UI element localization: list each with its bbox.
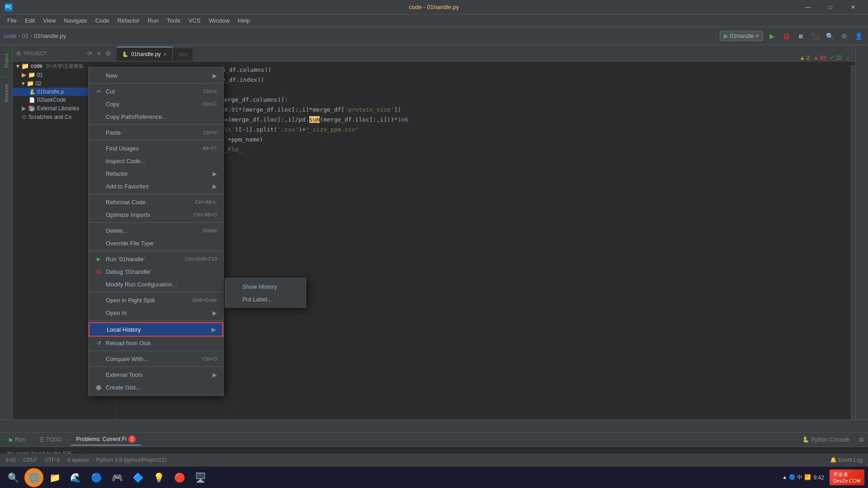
warning-count[interactable]: ▲ 2	[800, 55, 810, 61]
menu-tools[interactable]: Tools	[163, 15, 184, 26]
minimize-button[interactable]: —	[797, 0, 818, 14]
panel-scroll-icon[interactable]: ⟳	[86, 49, 94, 58]
toolbar: code › 02 › 01handle.py ▶ 01handle ▾ ▶ 🐞…	[0, 27, 868, 45]
menu-view[interactable]: View	[39, 15, 59, 26]
ctx-external-tools[interactable]: External Tools ▶	[89, 368, 223, 381]
folder-02-label: 02	[36, 80, 42, 87]
taskbar-item-8[interactable]: 💡	[149, 468, 168, 487]
ctx-open-in[interactable]: Open In ▶	[89, 306, 223, 319]
close-button[interactable]: ✕	[843, 0, 863, 14]
ctx-refactor-label: Refactor	[106, 170, 207, 177]
taskbar-item-5[interactable]: 🔵	[87, 468, 106, 487]
search-button[interactable]: 🔍	[824, 30, 835, 42]
ctx-gist-label: Create Gist...	[106, 384, 217, 391]
panel-collapse-icon[interactable]: ≡	[96, 49, 102, 58]
status-line-ending[interactable]: CRLF	[23, 457, 37, 463]
tab-run[interactable]: ▶ Run	[4, 435, 30, 445]
todo-label: TODO	[46, 436, 61, 443]
taskbar-edge[interactable]: 🌊	[66, 468, 85, 487]
run-config-selector[interactable]: ▶ 01handle ▾	[720, 31, 764, 41]
project-sidebar-tab[interactable]: Project	[1, 47, 12, 74]
ctx-paste[interactable]: Paste Ctrl+V	[89, 126, 223, 139]
ctx-optimize-imports[interactable]: Optimize Imports Ctrl+Alt+O	[89, 208, 223, 221]
run-button[interactable]: ▶	[766, 30, 778, 42]
error-count[interactable]: ▲ 83	[813, 55, 826, 61]
bottom-settings-icon[interactable]: ⚙	[859, 436, 864, 443]
ctx-modify-run-config[interactable]: Modify Run Configuration...	[89, 278, 223, 291]
ok-count[interactable]: ✓ 22	[830, 55, 842, 61]
ctx-inspect-code[interactable]: Inspect Code...	[89, 155, 223, 167]
ctx-override-filetype[interactable]: Override File Type	[89, 237, 223, 249]
submenu-show-history[interactable]: Show History	[225, 280, 306, 293]
structure-sidebar-tab[interactable]: Structure	[1, 80, 12, 107]
ctx-compare-icon	[95, 355, 102, 362]
window-title: code - 01handle.py	[409, 4, 459, 10]
ctx-create-gist[interactable]: ⬤ Create Gist...	[89, 381, 223, 394]
menu-bar: File Edit View Navigate Code Refactor Ru…	[0, 14, 868, 27]
menu-run[interactable]: Run	[144, 15, 162, 26]
problems-badge: 2	[128, 436, 136, 443]
tab-01handle[interactable]: 🐍 01handle.py ✕	[117, 47, 173, 61]
status-indent[interactable]: 4 spaces	[67, 457, 89, 463]
tab-todo[interactable]: ☰ TODO	[34, 435, 67, 445]
tab-python-console[interactable]: 🐍 Python Console	[797, 435, 855, 445]
panel-actions: ⟳ ≡ ⚙	[86, 49, 113, 58]
status-python[interactable]: Python 3.9 (pythonProject12)	[96, 457, 166, 463]
ctx-refactor[interactable]: Refactor ▶	[89, 167, 223, 180]
menu-refactor[interactable]: Refactor	[114, 15, 143, 26]
expand-icon[interactable]: ⌄	[845, 55, 850, 61]
ctx-inspect-icon	[95, 157, 102, 164]
git-button[interactable]: 👤	[853, 30, 864, 42]
ctx-debug[interactable]: 🐞 Debug '01handle'	[89, 265, 223, 278]
menu-vcs[interactable]: VCS	[185, 15, 204, 26]
ctx-find-usages[interactable]: Find Usages Alt+F7	[89, 142, 223, 155]
taskbar-item-9[interactable]: 🔴	[170, 468, 189, 487]
breadcrumb-code[interactable]: code	[4, 33, 16, 39]
menu-navigate[interactable]: Navigate	[60, 15, 90, 26]
tab-py-icon: 🐍	[122, 52, 128, 57]
ctx-delete[interactable]: Delete... Delete	[89, 224, 223, 237]
taskbar-search[interactable]: 🔍	[4, 468, 23, 487]
coverage-button[interactable]: ⏹	[795, 30, 807, 42]
ctx-open-right-split[interactable]: Open in Right Split Shift+Enter	[89, 294, 223, 306]
tab-problems[interactable]: Problems: Current Fi 2	[71, 434, 141, 446]
ctx-reformat[interactable]: Reformat Code Ctrl+Alt+L	[89, 196, 223, 208]
ctx-compare-with[interactable]: Compare With... Ctrl+D	[89, 352, 223, 365]
ctx-copy[interactable]: Copy Ctrl+C	[89, 98, 223, 110]
stop-button[interactable]: ⬛	[809, 30, 821, 42]
ctx-copy-path[interactable]: Copy Path/Reference...	[89, 110, 223, 123]
menu-window[interactable]: Window	[205, 15, 233, 26]
ctx-run[interactable]: ▶ Run '01handle' Ctrl+Shift+F10	[89, 253, 223, 265]
status-event-log[interactable]: 🔔 Event Log	[830, 457, 863, 463]
ctx-find-usages-shortcut: Alt+F7	[203, 145, 217, 151]
ctx-local-history[interactable]: Local History ▶	[89, 322, 223, 337]
ctx-cut[interactable]: ✂ Cut Ctrl+X	[89, 85, 223, 98]
breadcrumb-file[interactable]: 01handle.py	[34, 33, 66, 39]
tab-close-icon[interactable]: ✕	[163, 52, 167, 57]
taskbar-chrome[interactable]: 🌐	[24, 468, 43, 487]
panel-filter-icon[interactable]: ⚙	[104, 49, 113, 58]
ctx-modify-label: Modify Run Configuration...	[106, 281, 217, 288]
menu-code[interactable]: Code	[92, 15, 113, 26]
menu-edit[interactable]: Edit	[21, 15, 38, 26]
ctx-reload-from-disk[interactable]: ↺ Reload from Disk	[89, 337, 223, 349]
maximize-button[interactable]: □	[820, 0, 841, 14]
file-02taskcode-label: 02taskCode	[37, 97, 66, 103]
python-file-icon: 🐍	[29, 89, 35, 95]
ctx-add-favorites[interactable]: Add to Favorites ▶	[89, 180, 223, 192]
ctx-new[interactable]: New ▶	[89, 69, 223, 82]
status-encoding[interactable]: UTF-8	[45, 457, 60, 463]
menu-file[interactable]: File	[4, 15, 20, 26]
editor-scrollbar[interactable]	[851, 65, 855, 463]
taskbar-pycharm[interactable]: 🖥️	[191, 468, 210, 487]
submenu-put-label[interactable]: Put Label...	[225, 293, 306, 305]
settings-button[interactable]: ⚙	[838, 30, 850, 42]
ctx-cut-label: Cut	[106, 88, 199, 95]
debug-button[interactable]: 🐞	[780, 30, 792, 42]
ctx-find-usages-icon	[95, 145, 102, 152]
menu-help[interactable]: Help	[234, 15, 254, 26]
taskbar-item-7[interactable]: 🔷	[128, 468, 147, 487]
taskbar-explorer[interactable]: 📁	[45, 468, 64, 487]
taskbar-item-6[interactable]: 🎮	[108, 468, 127, 487]
breadcrumb-02[interactable]: 02	[22, 33, 28, 39]
